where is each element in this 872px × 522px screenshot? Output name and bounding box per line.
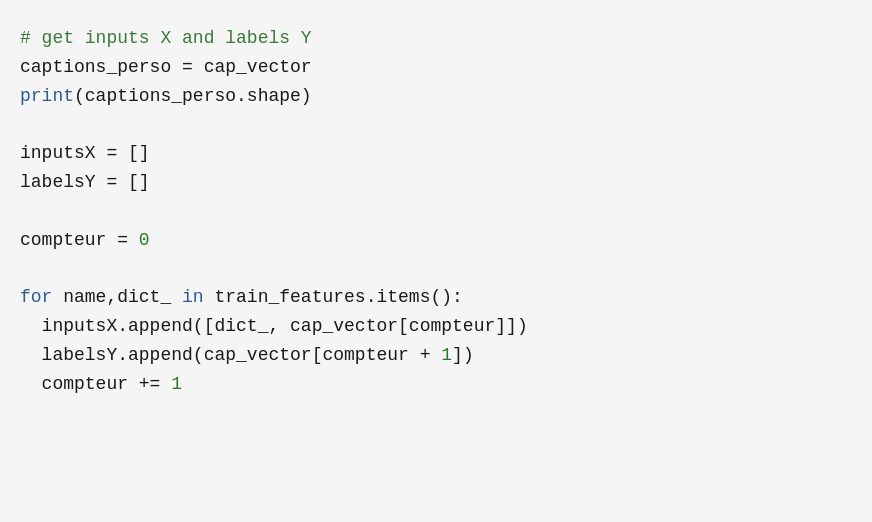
code-text: compteur = bbox=[20, 230, 139, 250]
comment-text: # get inputs X and labels Y bbox=[20, 28, 312, 48]
code-text: labelsY = [] bbox=[20, 172, 150, 192]
keyword-print: print bbox=[20, 86, 74, 106]
code-line-3: print(captions_perso.shape) bbox=[20, 82, 852, 111]
code-text: train_features.items(): bbox=[204, 287, 463, 307]
code-text: ]) bbox=[452, 345, 474, 365]
code-line-2: captions_perso = cap_vector bbox=[20, 53, 852, 82]
code-line-11: inputsX.append([dict_, cap_vector[compte… bbox=[20, 312, 852, 341]
code-line-12: labelsY.append(cap_vector[compteur + 1]) bbox=[20, 341, 852, 370]
code-text: labelsY.append(cap_vector[compteur + bbox=[20, 345, 441, 365]
code-line-1: # get inputs X and labels Y bbox=[20, 24, 852, 53]
code-text: compteur += bbox=[20, 374, 171, 394]
code-text: captions_perso = cap_vector bbox=[20, 57, 312, 77]
code-line-5: inputsX = [] bbox=[20, 139, 852, 168]
code-text: name,dict_ bbox=[52, 287, 182, 307]
blank-line-2 bbox=[20, 197, 852, 226]
code-text: (captions_perso.shape) bbox=[74, 86, 312, 106]
code-editor: # get inputs X and labels Y captions_per… bbox=[0, 0, 872, 522]
number-one-append: 1 bbox=[441, 345, 452, 365]
code-line-8: compteur = 0 bbox=[20, 226, 852, 255]
code-line-6: labelsY = [] bbox=[20, 168, 852, 197]
blank-line-3 bbox=[20, 254, 852, 283]
number-one-increment: 1 bbox=[171, 374, 182, 394]
keyword-for: for bbox=[20, 287, 52, 307]
number-zero: 0 bbox=[139, 230, 150, 250]
code-text: inputsX = [] bbox=[20, 143, 150, 163]
keyword-in: in bbox=[182, 287, 204, 307]
code-line-10: for name,dict_ in train_features.items()… bbox=[20, 283, 852, 312]
blank-line-1 bbox=[20, 110, 852, 139]
code-text: inputsX.append([dict_, cap_vector[compte… bbox=[20, 316, 528, 336]
code-line-13: compteur += 1 bbox=[20, 370, 852, 399]
